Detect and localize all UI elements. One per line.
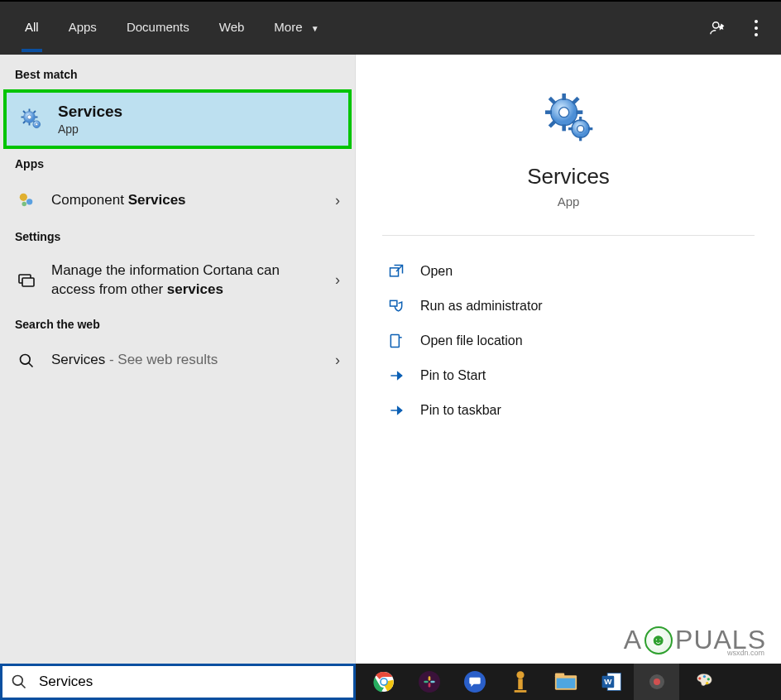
taskbar-slack[interactable] bbox=[406, 664, 452, 700]
taskbar-app-person[interactable] bbox=[497, 664, 543, 700]
search-web-header: Search the web bbox=[0, 309, 355, 339]
taskbar-messaging[interactable] bbox=[452, 664, 497, 700]
text-line2b: services bbox=[167, 281, 223, 297]
svg-rect-53 bbox=[556, 678, 575, 688]
text-line2a: access from other bbox=[51, 281, 167, 297]
shield-icon bbox=[387, 297, 405, 315]
open-icon bbox=[387, 262, 405, 280]
result-component-services[interactable]: Component Services › bbox=[0, 179, 355, 222]
watermark-tiny: wsxdn.com bbox=[727, 649, 764, 657]
text-bold: Services bbox=[128, 192, 186, 208]
taskbar-search-box[interactable] bbox=[0, 664, 356, 700]
chevron-right-icon: › bbox=[335, 352, 340, 369]
tab-more-label: More bbox=[274, 20, 302, 34]
svg-point-58 bbox=[654, 678, 660, 685]
svg-point-60 bbox=[702, 675, 705, 678]
svg-point-0 bbox=[713, 22, 719, 28]
text-term: Services bbox=[51, 352, 105, 367]
action-label: Open bbox=[420, 264, 453, 279]
svg-text:W: W bbox=[604, 677, 612, 686]
apps-header: Apps bbox=[0, 149, 355, 179]
result-cortana-services[interactable]: Manage the information Cortana can acces… bbox=[0, 252, 355, 309]
search-icon bbox=[15, 349, 38, 372]
svg-rect-49 bbox=[518, 678, 523, 689]
best-match-subtitle: App bbox=[58, 122, 122, 136]
svg-line-6 bbox=[23, 111, 26, 113]
preview-subtitle: App bbox=[558, 194, 580, 209]
taskbar-file-explorer[interactable] bbox=[543, 664, 588, 700]
svg-point-43 bbox=[381, 679, 386, 685]
svg-rect-44 bbox=[428, 676, 430, 680]
svg-rect-45 bbox=[424, 681, 428, 683]
action-run-admin[interactable]: Run as administrator bbox=[382, 289, 755, 324]
svg-point-29 bbox=[559, 108, 569, 117]
feedback-icon[interactable] bbox=[707, 17, 730, 40]
divider bbox=[382, 235, 755, 236]
svg-line-28 bbox=[549, 121, 555, 127]
text-trail: - See web results bbox=[105, 352, 218, 367]
tab-documents[interactable]: Documents bbox=[112, 1, 204, 55]
text-line1: Manage the information Cortana can bbox=[51, 262, 280, 278]
svg-point-62 bbox=[706, 682, 708, 684]
svg-rect-17 bbox=[22, 278, 34, 286]
taskbar-chrome[interactable] bbox=[361, 664, 406, 700]
svg-rect-46 bbox=[428, 683, 430, 687]
svg-line-25 bbox=[549, 98, 555, 103]
best-match-result[interactable]: Services App bbox=[3, 89, 352, 149]
settings-header: Settings bbox=[0, 222, 355, 252]
chevron-right-icon: › bbox=[335, 192, 340, 209]
gear-icon bbox=[18, 106, 45, 132]
taskbar: W bbox=[356, 664, 781, 700]
gear-icon-large bbox=[539, 88, 597, 146]
taskbar-word[interactable]: W bbox=[588, 664, 634, 700]
svg-rect-52 bbox=[554, 674, 563, 678]
action-pin-start[interactable]: Pin to Start bbox=[382, 358, 755, 393]
search-icon bbox=[11, 674, 27, 690]
action-pin-taskbar[interactable]: Pin to taskbar bbox=[382, 393, 755, 428]
search-input[interactable] bbox=[39, 674, 345, 690]
best-match-header: Best match bbox=[0, 60, 355, 89]
svg-rect-47 bbox=[430, 681, 434, 683]
result-label: Manage the information Cortana can acces… bbox=[51, 261, 322, 300]
svg-point-12 bbox=[36, 123, 38, 126]
action-open[interactable]: Open bbox=[382, 254, 755, 289]
taskbar-app-generic[interactable] bbox=[634, 664, 679, 700]
component-services-icon bbox=[15, 189, 38, 212]
svg-rect-50 bbox=[514, 690, 526, 693]
preview-title: Services bbox=[527, 164, 610, 189]
best-match-title: Services bbox=[58, 103, 122, 121]
svg-line-40 bbox=[22, 684, 26, 688]
action-label: Run as administrator bbox=[420, 299, 543, 314]
svg-rect-36 bbox=[390, 268, 399, 276]
action-label: Open file location bbox=[420, 333, 523, 348]
tab-all[interactable]: All bbox=[10, 1, 54, 55]
tab-apps[interactable]: Apps bbox=[54, 1, 112, 55]
tab-more[interactable]: More ▼ bbox=[259, 1, 333, 55]
svg-rect-37 bbox=[390, 300, 397, 306]
more-options-icon[interactable] bbox=[745, 17, 768, 40]
svg-point-59 bbox=[698, 677, 701, 679]
svg-point-13 bbox=[20, 194, 27, 201]
svg-point-15 bbox=[22, 202, 27, 207]
watermark: A ☻ PUALS wsxdn.com bbox=[624, 625, 766, 655]
result-label: Component Services bbox=[51, 191, 322, 210]
watermark-pre: A bbox=[624, 625, 642, 655]
svg-point-14 bbox=[26, 199, 32, 204]
chevron-right-icon: › bbox=[335, 271, 340, 289]
folder-icon bbox=[387, 332, 405, 350]
pin-icon bbox=[387, 401, 405, 420]
svg-point-31 bbox=[577, 126, 584, 132]
tab-web[interactable]: Web bbox=[204, 1, 260, 55]
svg-line-27 bbox=[573, 98, 578, 103]
svg-point-61 bbox=[707, 678, 709, 680]
svg-line-19 bbox=[29, 362, 33, 367]
svg-rect-38 bbox=[390, 335, 399, 348]
action-label: Pin to taskbar bbox=[420, 403, 501, 418]
taskbar-paint[interactable] bbox=[679, 664, 725, 700]
pin-icon bbox=[387, 367, 405, 385]
svg-line-9 bbox=[23, 122, 26, 124]
result-web-search[interactable]: Services - See web results › bbox=[0, 339, 355, 382]
action-label: Pin to Start bbox=[420, 368, 486, 383]
svg-line-8 bbox=[34, 111, 36, 113]
action-open-location[interactable]: Open file location bbox=[382, 324, 755, 358]
